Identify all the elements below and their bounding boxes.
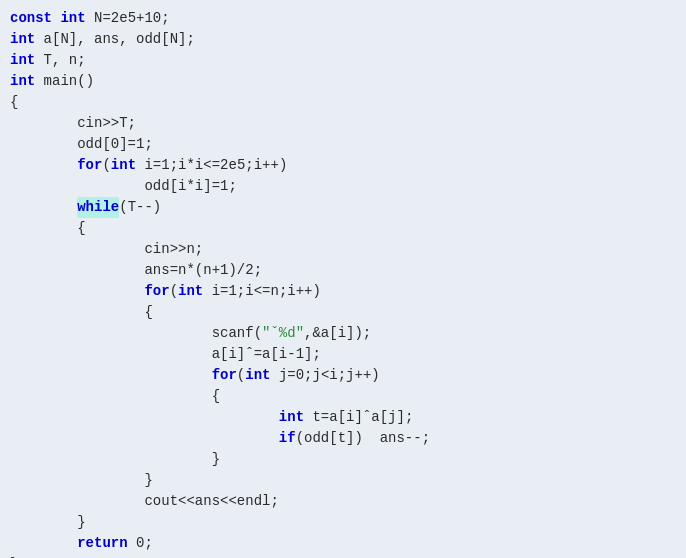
keyword-int-5: int <box>111 155 136 176</box>
code-container: const int N=2e5+10; int a[N], ans, odd[N… <box>0 0 686 558</box>
keyword-if: if <box>279 428 296 449</box>
code-line-18: for(int j=0;j<i;j++) <box>0 365 686 386</box>
code-line-7: odd[0]=1; <box>0 134 686 155</box>
keyword-int-4: int <box>10 71 35 92</box>
keyword-int-6: int <box>178 281 203 302</box>
keyword-for-3: for <box>212 365 237 386</box>
code-line-23: } <box>0 470 686 491</box>
code-line-9: odd[i*i]=1; <box>0 176 686 197</box>
code-line-27: } <box>0 554 686 558</box>
code-line-19: { <box>0 386 686 407</box>
code-line-4: int main() <box>0 71 686 92</box>
code-line-12: cin>>n; <box>0 239 686 260</box>
code-line-13: ans=n*(n+1)/2; <box>0 260 686 281</box>
code-line-15: { <box>0 302 686 323</box>
keyword-int-3: int <box>10 50 35 71</box>
code-line-10: while(T--) <box>0 197 686 218</box>
keyword-const: const <box>10 8 52 29</box>
string-format: "ˇ%d" <box>262 323 304 344</box>
code-line-6: cin>>T; <box>0 113 686 134</box>
keyword-for-2: for <box>144 281 169 302</box>
code-line-24: cout<<ans<<endl; <box>0 491 686 512</box>
code-line-26: return 0; <box>0 533 686 554</box>
code-line-2: int a[N], ans, odd[N]; <box>0 29 686 50</box>
code-line-11: { <box>0 218 686 239</box>
keyword-int-7: int <box>245 365 270 386</box>
code-line-5: { <box>0 92 686 113</box>
code-line-14: for(int i=1;i<=n;i++) <box>0 281 686 302</box>
code-line-20: int t=a[i]ˆa[j]; <box>0 407 686 428</box>
keyword-while-highlighted: while <box>77 197 119 218</box>
code-line-22: } <box>0 449 686 470</box>
keyword-int-2: int <box>10 29 35 50</box>
code-line-8: for(int i=1;i*i<=2e5;i++) <box>0 155 686 176</box>
code-line-16: scanf("ˇ%d",&a[i]); <box>0 323 686 344</box>
keyword-int-8: int <box>279 407 304 428</box>
code-line-21: if(odd[t]) ans--; <box>0 428 686 449</box>
code-line-17: a[i]ˆ=a[i-1]; <box>0 344 686 365</box>
keyword-int-1: int <box>60 8 85 29</box>
keyword-for-1: for <box>77 155 102 176</box>
code-line-25: } <box>0 512 686 533</box>
code-line-3: int T, n; <box>0 50 686 71</box>
code-line-1: const int N=2e5+10; <box>0 8 686 29</box>
keyword-return: return <box>77 533 127 554</box>
